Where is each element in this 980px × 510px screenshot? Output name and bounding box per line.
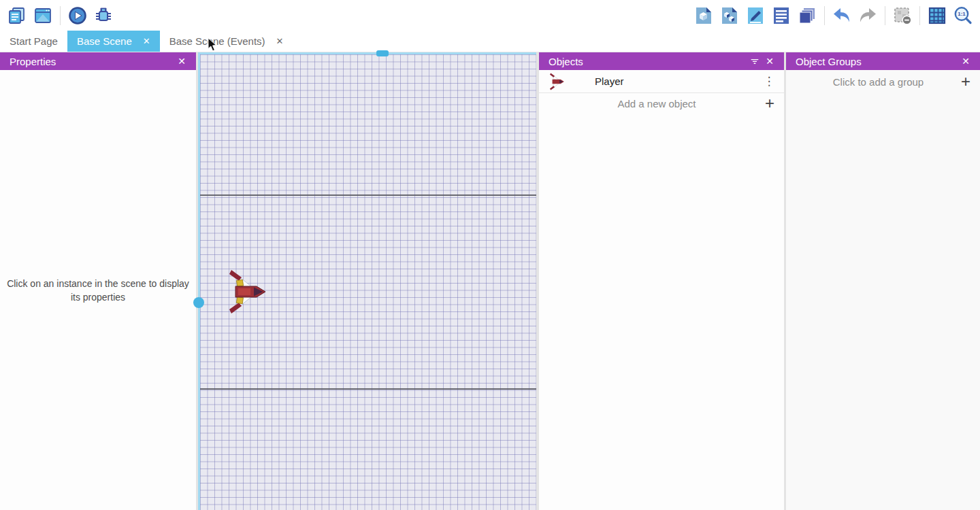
undo-icon (832, 5, 852, 26)
open-object-groups-editor-button[interactable] (718, 4, 741, 27)
zoom-original-button[interactable]: 1:1 (951, 4, 975, 27)
tab-start-page[interactable]: Start Page (0, 31, 67, 52)
panel-resize-handle-left[interactable] (193, 297, 204, 308)
layers-panel-icon (797, 5, 817, 26)
close-icon[interactable]: ✕ (762, 54, 777, 69)
tab-label: Base Scene (77, 35, 132, 47)
objects-panel: Objects ✕ Player ⋮ Add a new object (539, 52, 784, 510)
plus-icon[interactable]: + (765, 96, 774, 111)
panel-title: Properties (10, 56, 56, 67)
filter-icon[interactable] (747, 54, 762, 69)
objects-panel-header: Objects ✕ (539, 52, 784, 70)
instances-list-icon (771, 5, 791, 26)
redo-icon (858, 5, 878, 26)
object-groups-panel-icon (719, 5, 740, 26)
add-group-row[interactable]: Click to add a group + (786, 70, 980, 93)
object-thumbnail (550, 72, 565, 91)
plus-icon[interactable]: + (961, 74, 970, 89)
open-objects-editor-button[interactable] (692, 4, 715, 27)
mask-icon (892, 5, 913, 26)
toolbar-separator (919, 6, 920, 25)
window-border-guide-top (200, 194, 536, 196)
grid-icon (927, 5, 947, 26)
start-page-button[interactable] (31, 4, 54, 27)
toolbar-right-group: 1:1 (691, 4, 976, 27)
add-object-label: Add a new object (549, 98, 765, 109)
tab-base-scene[interactable]: Base Scene ✕ (67, 31, 160, 52)
toolbar-separator (824, 6, 825, 25)
open-instances-list-button[interactable] (770, 4, 793, 27)
object-groups-panel-header: Object Groups ✕ (786, 52, 980, 70)
scene-canvas[interactable] (198, 52, 536, 510)
tab-label: Base Scene (Events) (169, 35, 265, 47)
tab-base-scene-events[interactable]: Base Scene (Events) ✕ (160, 31, 293, 52)
window-border-guide-bottom (200, 388, 536, 390)
panel-title: Object Groups (796, 56, 862, 67)
object-menu-icon[interactable]: ⋮ (761, 74, 777, 88)
project-manager-button[interactable] (5, 4, 29, 27)
top-toolbar: 1:1 (0, 0, 980, 31)
editor-tabbar: Start Page Base Scene ✕ Base Scene (Even… (0, 31, 980, 52)
toggle-grid-button[interactable] (926, 4, 949, 27)
play-icon (67, 5, 88, 26)
toolbar-separator (885, 6, 885, 25)
project-manager-icon (7, 5, 27, 26)
objects-panel-icon (693, 5, 714, 26)
window-icon (33, 5, 53, 26)
properties-panel-body: Click on an instance in the scene to dis… (0, 70, 196, 510)
properties-panel-header: Properties ✕ (0, 52, 196, 70)
properties-panel-icon (745, 5, 766, 26)
close-icon[interactable]: ✕ (958, 54, 973, 69)
bug-icon (93, 5, 114, 26)
undo-button[interactable] (830, 4, 853, 27)
player-instance[interactable] (229, 269, 267, 314)
add-group-label: Click to add a group (796, 76, 961, 88)
toolbar-separator (60, 6, 61, 25)
open-layers-editor-button[interactable] (796, 4, 819, 27)
properties-empty-message: Click on an instance in the scene to dis… (7, 277, 189, 304)
debug-button[interactable] (92, 4, 115, 27)
properties-panel: Properties ✕ Click on an instance in the… (0, 52, 196, 510)
tab-close-icon[interactable]: ✕ (276, 36, 284, 46)
main-area: Properties ✕ Click on an instance in the… (0, 52, 980, 510)
panel-resize-handle-top[interactable] (376, 50, 389, 56)
preview-play-button[interactable] (66, 4, 89, 27)
panel-title: Objects (549, 56, 583, 67)
object-name: Player (595, 75, 761, 87)
toolbar-left-group (4, 4, 116, 27)
toggle-mask-button[interactable] (891, 4, 914, 27)
tab-label: Start Page (10, 35, 58, 47)
open-properties-panel-button[interactable] (744, 4, 767, 27)
zoom-level-label: 1:1 (958, 11, 966, 17)
close-icon[interactable]: ✕ (174, 54, 189, 69)
zoom-1-1-icon: 1:1 (953, 5, 973, 26)
object-row-player[interactable]: Player ⋮ (539, 70, 784, 93)
redo-button[interactable] (856, 4, 879, 27)
tab-close-icon[interactable]: ✕ (143, 36, 150, 46)
add-object-row[interactable]: Add a new object + (539, 93, 784, 114)
object-groups-panel: Object Groups ✕ Click to add a group + (786, 52, 980, 510)
